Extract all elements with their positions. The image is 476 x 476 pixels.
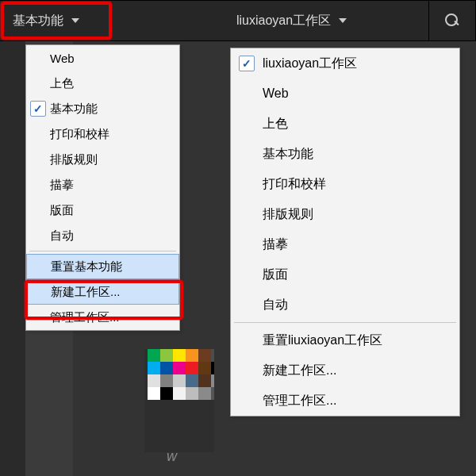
menu-item-label: liuxiaoyan工作区 bbox=[263, 56, 459, 72]
menu-item[interactable]: 上色 bbox=[231, 109, 459, 139]
menu-item-label: 新建工作区... bbox=[51, 285, 178, 300]
menu-item-label: 排版规则 bbox=[263, 206, 459, 223]
swatch[interactable] bbox=[186, 374, 198, 387]
menu-item[interactable]: 自动 bbox=[26, 223, 179, 248]
chevron-down-icon bbox=[339, 18, 347, 23]
workspace-dropdown-button[interactable]: liuxiaoyan工作区 bbox=[236, 13, 347, 29]
menu-item[interactable]: 打印和校样 bbox=[231, 169, 459, 199]
menu-item[interactable]: 基本功能 bbox=[231, 139, 459, 169]
swatch[interactable] bbox=[173, 349, 186, 362]
swatch[interactable] bbox=[148, 349, 160, 362]
menu-item-label: 管理工作区... bbox=[50, 310, 179, 325]
workspace-dropdown-label: 基本功能 bbox=[13, 13, 63, 29]
menu-item[interactable]: 管理工作区... bbox=[231, 386, 459, 416]
menu-item-label: 重置基本功能 bbox=[51, 259, 178, 274]
swatch[interactable] bbox=[160, 387, 173, 400]
menu-item-label: 版面 bbox=[263, 267, 459, 283]
swatch[interactable] bbox=[160, 374, 173, 387]
menu-item[interactable]: 版面 bbox=[231, 259, 459, 290]
menu-item-label: 基本功能 bbox=[50, 102, 179, 117]
swatch[interactable] bbox=[186, 349, 198, 362]
menu-item[interactable]: 重置liuxiaoyan工作区 bbox=[231, 325, 459, 355]
menu-item-label: Web bbox=[263, 86, 459, 101]
swatch[interactable] bbox=[186, 362, 198, 374]
swatch[interactable] bbox=[173, 387, 186, 400]
swatch[interactable] bbox=[198, 387, 211, 400]
swatch[interactable] bbox=[148, 387, 160, 400]
menu-separator bbox=[29, 251, 176, 251]
workspace-menu-left: Web上色✓基本功能打印和校样排版规则描摹版面自动重置基本功能新建工作区...管… bbox=[25, 44, 180, 331]
search-area bbox=[428, 0, 476, 41]
menu-item-label: 版面 bbox=[50, 203, 179, 218]
menu-item[interactable]: 排版规则 bbox=[26, 147, 179, 172]
menu-item[interactable]: 上色 bbox=[26, 71, 179, 96]
menu-item-label: 重置liuxiaoyan工作区 bbox=[263, 332, 459, 349]
menu-item-label: 描摹 bbox=[50, 178, 179, 193]
menu-item-label: 新建工作区... bbox=[263, 363, 459, 379]
menu-item[interactable]: 描摹 bbox=[231, 229, 459, 259]
menu-item-label: 管理工作区... bbox=[263, 393, 459, 409]
menu-item-label: 描摹 bbox=[263, 236, 459, 253]
check-column: ✓ bbox=[26, 101, 50, 117]
menu-item[interactable]: 新建工作区... bbox=[231, 355, 459, 386]
menu-item-label: 打印和校样 bbox=[263, 176, 459, 193]
menu-item[interactable]: ✓liuxiaoyan工作区 bbox=[231, 48, 459, 79]
menu-item-label: 上色 bbox=[50, 76, 179, 91]
chevron-down-icon bbox=[71, 18, 79, 23]
swatch[interactable] bbox=[173, 374, 186, 387]
menu-item[interactable]: 管理工作区... bbox=[26, 305, 179, 330]
checkmark-icon: ✓ bbox=[239, 56, 255, 71]
menu-item[interactable]: ✓基本功能 bbox=[26, 96, 179, 121]
menu-item[interactable]: Web bbox=[231, 79, 459, 109]
swatch[interactable] bbox=[186, 387, 198, 400]
menu-item-label: 自动 bbox=[263, 297, 459, 313]
menu-item[interactable]: 重置基本功能 bbox=[26, 254, 179, 279]
left-gutter bbox=[0, 41, 25, 476]
swatch[interactable] bbox=[173, 362, 186, 374]
menu-item[interactable]: 自动 bbox=[231, 290, 459, 320]
menu-item[interactable]: 新建工作区... bbox=[26, 279, 179, 305]
search-icon[interactable] bbox=[443, 12, 461, 29]
menu-item-label: Web bbox=[50, 52, 179, 65]
swatch[interactable] bbox=[148, 362, 160, 374]
menu-item-label: 自动 bbox=[50, 228, 179, 244]
swatch[interactable] bbox=[198, 374, 211, 387]
menu-item[interactable]: Web bbox=[26, 45, 179, 71]
swatch[interactable] bbox=[160, 349, 173, 362]
menu-item[interactable]: 排版规则 bbox=[231, 199, 459, 229]
workspace-dropdown-button[interactable]: 基本功能 bbox=[13, 13, 79, 29]
check-column: ✓ bbox=[231, 56, 263, 71]
menu-item-label: 打印和校样 bbox=[50, 127, 179, 142]
menu-item[interactable]: 打印和校样 bbox=[26, 121, 179, 147]
swatch[interactable] bbox=[198, 349, 211, 362]
menu-separator bbox=[234, 322, 456, 323]
workspace-menu-right: ✓liuxiaoyan工作区Web上色基本功能打印和校样排版规则描摹版面自动重置… bbox=[230, 48, 460, 416]
menu-item-label: 排版规则 bbox=[50, 152, 179, 167]
menu-item[interactable]: 描摹 bbox=[26, 172, 179, 198]
menu-item-label: 基本功能 bbox=[263, 146, 459, 163]
swatch[interactable] bbox=[198, 362, 211, 374]
workspace-toolbar-left: 基本功能 bbox=[0, 0, 214, 41]
menu-item-label: 上色 bbox=[263, 116, 459, 132]
swatch[interactable] bbox=[160, 362, 173, 374]
swatch[interactable] bbox=[148, 374, 160, 387]
workspace-dropdown-label: liuxiaoyan工作区 bbox=[236, 13, 331, 29]
checkmark-icon: ✓ bbox=[30, 101, 46, 117]
watermark: w bbox=[167, 448, 178, 465]
menu-item[interactable]: 版面 bbox=[26, 198, 179, 223]
